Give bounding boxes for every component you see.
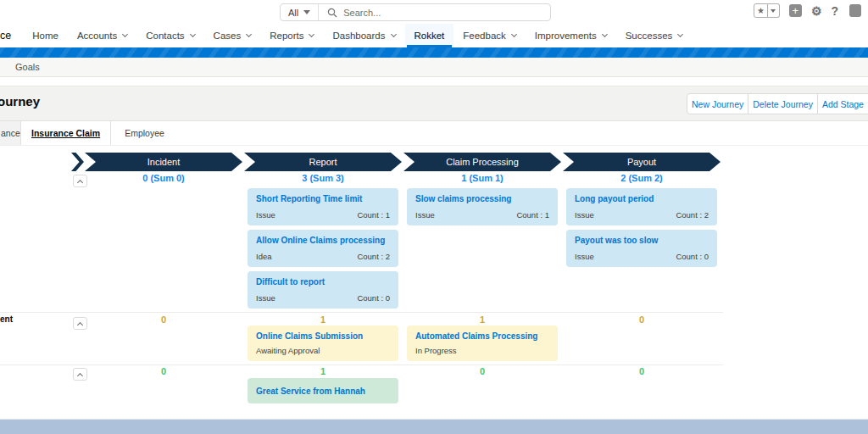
divider: [318, 4, 319, 20]
card-count: Count : 1: [516, 210, 549, 220]
notifications-button-partial[interactable]: [849, 4, 861, 17]
feedback-card[interactable]: Payout was too slow IssueCount : 0: [566, 230, 717, 267]
chevron-down-icon: [511, 31, 517, 37]
card-type: Idea: [256, 252, 272, 261]
stage-count: 0: [563, 366, 721, 376]
global-search[interactable]: All: [280, 3, 551, 21]
bottom-bar: [0, 419, 868, 434]
search-icon: [327, 8, 337, 18]
stage-count: 1: [244, 366, 402, 376]
row-divider: [0, 364, 723, 365]
improvement-card[interactable]: Online Claims Submission Awaiting Approv…: [248, 326, 398, 361]
stage-arrow-fragment: [71, 153, 84, 171]
card-count: Count : 0: [357, 293, 390, 303]
nav-tab-accounts[interactable]: Accounts: [68, 24, 136, 47]
card-count: Count : 0: [676, 252, 709, 261]
nav-tab-home[interactable]: Home: [23, 24, 68, 47]
gear-icon: ⚙: [811, 4, 822, 18]
feedback-card[interactable]: Short Reporting Time limit IssueCount : …: [248, 188, 398, 225]
app-nav-bar: ce Home Accounts Contacts Cases Reports …: [0, 24, 868, 47]
feedback-card[interactable]: Allow Online Claims processing IdeaCount…: [248, 230, 398, 267]
search-scope-label: All: [288, 8, 298, 18]
stage-count: 2 (Sum 2): [563, 173, 721, 183]
feedback-card[interactable]: Slow claims processing IssueCount : 1: [407, 188, 558, 225]
nav-tab-feedback[interactable]: Feedback: [453, 24, 526, 47]
nav-tab-contacts[interactable]: Contacts: [136, 24, 203, 47]
chevron-up-icon: [77, 372, 83, 378]
stage-count: 0 (Sum 0): [85, 173, 242, 183]
feedback-card[interactable]: Difficult to report IssueCount : 0: [248, 271, 398, 309]
nav-tab-reports[interactable]: Reports: [260, 24, 323, 47]
nav-tab-rokket[interactable]: Rokket: [405, 24, 454, 47]
nav-tab-dashboards[interactable]: Dashboards: [323, 24, 404, 47]
chevron-down-icon: [771, 9, 776, 13]
goals-bar: Goals: [0, 58, 868, 77]
card-type: Issue: [575, 210, 594, 220]
nav-tab-improvements[interactable]: Improvements: [526, 24, 616, 47]
favorites-caret-button[interactable]: [768, 3, 780, 18]
help-button[interactable]: ?: [831, 4, 838, 18]
journey-tab-partial[interactable]: ance: [0, 121, 21, 145]
stage-header-incident[interactable]: Incident: [85, 153, 242, 171]
chevron-up-icon: [77, 321, 83, 327]
stage-count: 0: [85, 366, 242, 376]
card-count: Count : 1: [357, 210, 390, 220]
card-type: Issue: [575, 252, 594, 261]
row-divider: [0, 312, 723, 313]
page-title-partial: ourney: [0, 94, 40, 108]
stage-header-payout[interactable]: Payout: [563, 153, 721, 171]
new-journey-button[interactable]: New Journey: [687, 93, 748, 114]
star-icon: ★: [757, 6, 765, 15]
setup-button[interactable]: ⚙: [811, 4, 822, 18]
chevron-up-icon: [77, 179, 83, 185]
card-type: Issue: [415, 210, 435, 220]
journey-tab-insurance-claim[interactable]: Insurance Claim: [21, 121, 111, 145]
card-status: In Progress: [415, 346, 457, 355]
nav-tab-successes[interactable]: Successes: [616, 24, 693, 47]
global-utility-bar: All ★ + ⚙ ?: [0, 0, 868, 24]
stage-count: 0: [85, 314, 242, 325]
stage-count: 1: [244, 314, 402, 325]
nav-tab-cases[interactable]: Cases: [204, 24, 261, 47]
add-stage-button[interactable]: Add Stage: [817, 93, 868, 114]
card-type: Issue: [256, 293, 275, 303]
stage-count: 1: [403, 314, 561, 325]
page-header: ourney New Journey Delete Journey Add St…: [0, 86, 868, 121]
stage-count: 0: [403, 366, 561, 376]
question-mark-icon: ?: [831, 4, 838, 18]
journey-tab-employee[interactable]: Employee: [111, 121, 178, 145]
favorites-button[interactable]: ★: [754, 3, 780, 18]
improvement-card[interactable]: Automated Claims Processing In Progress: [407, 326, 558, 361]
card-status: Awaiting Approval: [256, 346, 320, 355]
plus-icon: +: [793, 5, 799, 16]
chevron-down-icon: [602, 31, 608, 37]
delete-journey-button[interactable]: Delete Journey: [748, 93, 818, 114]
goals-label[interactable]: Goals: [15, 62, 40, 72]
success-card[interactable]: Great Service from Hannah: [248, 378, 398, 403]
stage-header-claim-processing[interactable]: Claim Processing: [403, 153, 561, 171]
global-actions-button[interactable]: +: [789, 4, 802, 17]
stage-count: 0: [563, 314, 721, 325]
search-scope-selector[interactable]: All: [281, 4, 318, 20]
search-input[interactable]: [343, 8, 550, 18]
chevron-down-icon: [246, 31, 252, 37]
stage-count: 1 (Sum 1): [403, 173, 561, 183]
journey-action-buttons: New Journey Delete Journey Add Stage Del…: [687, 93, 868, 114]
salesforce-window: All ★ + ⚙ ? ce Home Accounts C: [0, 0, 868, 434]
stage-header-report[interactable]: Report: [244, 153, 402, 171]
chevron-down-icon: [303, 10, 310, 14]
stage-count: 3 (Sum 3): [244, 173, 402, 183]
row-label-partial: ent: [0, 314, 13, 324]
chevron-down-icon: [122, 31, 128, 37]
feedback-card[interactable]: Long payout period IssueCount : 2: [566, 188, 717, 225]
card-count: Count : 2: [357, 252, 390, 261]
chevron-down-icon: [309, 31, 314, 37]
chevron-down-icon: [190, 31, 196, 37]
chevron-down-icon: [677, 31, 683, 37]
app-name-partial: ce: [0, 24, 23, 47]
chevron-down-icon: [390, 31, 396, 37]
brand-banner: [0, 47, 868, 58]
card-type: Issue: [256, 210, 275, 220]
journey-tab-strip: ance Insurance Claim Employee: [0, 121, 868, 146]
card-count: Count : 2: [676, 210, 709, 220]
